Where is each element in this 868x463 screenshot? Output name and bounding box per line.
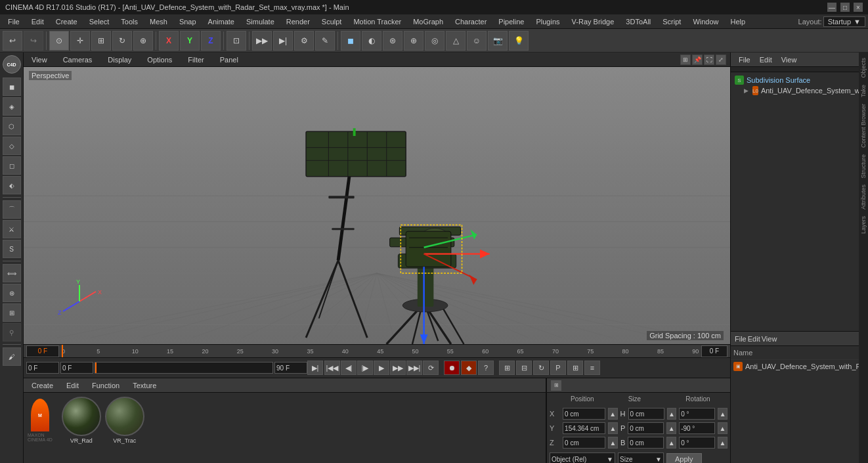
model-mode-button[interactable]: ◼ bbox=[3, 77, 21, 96]
menu-snap[interactable]: Snap bbox=[174, 16, 202, 27]
timeline-bar[interactable] bbox=[95, 362, 273, 374]
cube-view-button[interactable]: ◼ bbox=[341, 31, 360, 51]
tab-structure[interactable]: Structure bbox=[859, 152, 867, 181]
menu-vray[interactable]: V-Ray Bridge bbox=[567, 16, 620, 27]
mirror-button[interactable]: ⟺ bbox=[3, 264, 21, 282]
x-axis-button[interactable]: X bbox=[159, 31, 179, 51]
menu-select[interactable]: Select bbox=[84, 16, 115, 27]
obj-view-btn[interactable]: View bbox=[777, 55, 801, 64]
mat-texture-btn[interactable]: Texture bbox=[129, 381, 160, 390]
edge-mode-button[interactable]: ◇ bbox=[3, 137, 21, 155]
menu-mograph[interactable]: MoGraph bbox=[408, 16, 448, 27]
subdivision-surface-item[interactable]: S Subdivision Surface bbox=[733, 75, 865, 85]
z-pos-input[interactable] bbox=[563, 437, 605, 449]
go-start-button[interactable]: |◀◀ bbox=[324, 361, 340, 375]
viewport-icon-2[interactable]: 📌 bbox=[692, 55, 703, 65]
render-to-picture-viewer-button[interactable]: ▶| bbox=[273, 31, 293, 51]
maximize-button[interactable]: □ bbox=[840, 3, 850, 12]
keyframe-button[interactable]: ◆ bbox=[461, 361, 477, 375]
y-pos-up[interactable]: ▲ bbox=[608, 422, 618, 434]
snap-button[interactable]: ⚲ bbox=[3, 323, 21, 342]
go-end-button2[interactable]: ▶▶| bbox=[406, 361, 422, 375]
end-frame-input[interactable] bbox=[274, 362, 307, 374]
z-rot-up[interactable]: ▲ bbox=[718, 437, 727, 449]
tab-attributes[interactable]: Attributes bbox=[859, 182, 867, 212]
menu-render[interactable]: Render bbox=[281, 16, 315, 27]
sphere-view-button[interactable]: ◐ bbox=[362, 31, 381, 51]
viewport-options-menu[interactable]: Options bbox=[143, 55, 176, 64]
viewport-panel-menu[interactable]: Panel bbox=[216, 55, 242, 64]
paint-tool-button[interactable]: 🖌 bbox=[3, 347, 21, 366]
y-size-up[interactable]: ▲ bbox=[666, 422, 676, 434]
coord-system-dropdown[interactable]: Object (Rel) ▼ bbox=[550, 452, 615, 463]
y-rot-up[interactable]: ▲ bbox=[718, 422, 727, 434]
minimize-button[interactable]: — bbox=[827, 3, 836, 12]
z-axis-button[interactable]: Z bbox=[201, 31, 221, 51]
obj-edit-btn[interactable]: Edit bbox=[756, 55, 776, 64]
mat-function-btn[interactable]: Function bbox=[88, 381, 123, 390]
x-size-input[interactable] bbox=[628, 408, 664, 420]
render-region-button[interactable]: ▶▶ bbox=[252, 31, 272, 51]
menu-help[interactable]: Help bbox=[726, 16, 751, 27]
select-tool-button[interactable]: ⊙ bbox=[49, 31, 69, 51]
menu-pipeline[interactable]: Pipeline bbox=[493, 16, 529, 27]
menu-mesh[interactable]: Mesh bbox=[144, 16, 173, 27]
step-back-button[interactable]: ◀| bbox=[341, 361, 357, 375]
x-pos-input[interactable] bbox=[563, 408, 605, 420]
menu-tools[interactable]: Tools bbox=[116, 16, 143, 27]
capsule-button[interactable]: ⊕ bbox=[404, 31, 423, 51]
menu-create[interactable]: Create bbox=[51, 16, 83, 27]
grid-button[interactable]: ⊞ bbox=[3, 303, 21, 322]
render-edit-button[interactable]: ✎ bbox=[315, 31, 335, 51]
figure-button[interactable]: ☺ bbox=[467, 31, 487, 51]
menu-sculpt[interactable]: Sculpt bbox=[316, 16, 347, 27]
cone-button[interactable]: △ bbox=[446, 31, 466, 51]
uav-defence-item[interactable]: ▶ L0 Anti_UAV_Defence_System_with_ bbox=[733, 85, 865, 96]
viewport-maximize[interactable]: ⤢ bbox=[716, 55, 726, 65]
menu-script[interactable]: Script bbox=[657, 16, 686, 27]
torus-button[interactable]: ◎ bbox=[425, 31, 445, 51]
redo-button[interactable]: ↪ bbox=[24, 31, 43, 51]
object-axis-button[interactable]: ⊡ bbox=[227, 31, 246, 51]
polygon-mode-button[interactable]: ◻ bbox=[3, 156, 21, 175]
point-mode-button[interactable]: ⬖ bbox=[3, 176, 21, 194]
current-frame-input[interactable] bbox=[26, 362, 59, 374]
viewport-display-menu[interactable]: Display bbox=[104, 55, 135, 64]
y-axis-button[interactable]: Y bbox=[180, 31, 200, 51]
tab-content-browser[interactable]: Content Browser bbox=[859, 101, 867, 150]
play-button[interactable]: ▶ bbox=[374, 361, 389, 375]
texture-mode-button[interactable]: ◈ bbox=[3, 97, 21, 116]
material-sphere-1[interactable] bbox=[62, 397, 101, 436]
tab-layers[interactable]: Layers bbox=[859, 213, 867, 236]
material-item-2[interactable]: VR_Trac bbox=[105, 397, 144, 444]
y-rot-input[interactable] bbox=[679, 422, 715, 434]
viewport-view-menu[interactable]: View bbox=[28, 55, 51, 64]
viewport-icon-1[interactable]: ⊞ bbox=[680, 55, 691, 65]
rotate-tool-button[interactable]: ↻ bbox=[112, 31, 132, 51]
help-button[interactable]: ? bbox=[478, 361, 494, 375]
prop-button[interactable]: P bbox=[550, 361, 566, 375]
attr-edit-btn[interactable]: Edit bbox=[748, 335, 760, 343]
single-view-button[interactable]: ⊞ bbox=[499, 361, 515, 375]
z-size-up[interactable]: ▲ bbox=[666, 437, 676, 449]
grid-view-button[interactable]: ⊞ bbox=[567, 361, 583, 375]
light-button[interactable]: 💡 bbox=[509, 31, 529, 51]
render-settings-button[interactable]: ⚙ bbox=[294, 31, 314, 51]
x-pos-up[interactable]: ▲ bbox=[608, 408, 618, 420]
attr-item[interactable]: ▣ Anti_UAV_Defence_System_with_R bbox=[731, 360, 868, 373]
dual-view-button[interactable]: ⊟ bbox=[516, 361, 532, 375]
viewport-icon-3[interactable]: ⛶ bbox=[704, 55, 714, 65]
fast-forward-button[interactable]: ▶▶ bbox=[390, 361, 406, 375]
viewport-cameras-menu[interactable]: Cameras bbox=[59, 55, 97, 64]
mat-create-btn[interactable]: Create bbox=[28, 381, 57, 390]
menu-character[interactable]: Character bbox=[450, 16, 492, 27]
cylinder-button[interactable]: ⊛ bbox=[383, 31, 402, 51]
x-size-up[interactable]: ▲ bbox=[667, 408, 677, 420]
close-button[interactable]: × bbox=[854, 3, 863, 12]
knife-button[interactable]: ⚔ bbox=[3, 220, 21, 238]
smooth-button[interactable]: S bbox=[3, 240, 21, 258]
transform-tool-button[interactable]: ⊕ bbox=[133, 31, 153, 51]
layout-toggle[interactable]: ≡ bbox=[584, 361, 600, 375]
z-rot-input[interactable] bbox=[679, 437, 715, 449]
apply-button[interactable]: Apply bbox=[666, 453, 702, 463]
